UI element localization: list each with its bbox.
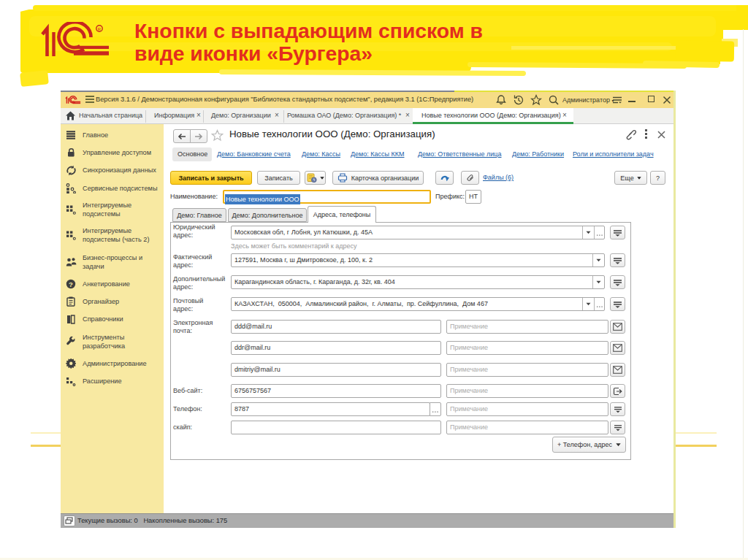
svg-text:R: R [98,27,102,31]
svg-text:?: ? [69,280,73,288]
